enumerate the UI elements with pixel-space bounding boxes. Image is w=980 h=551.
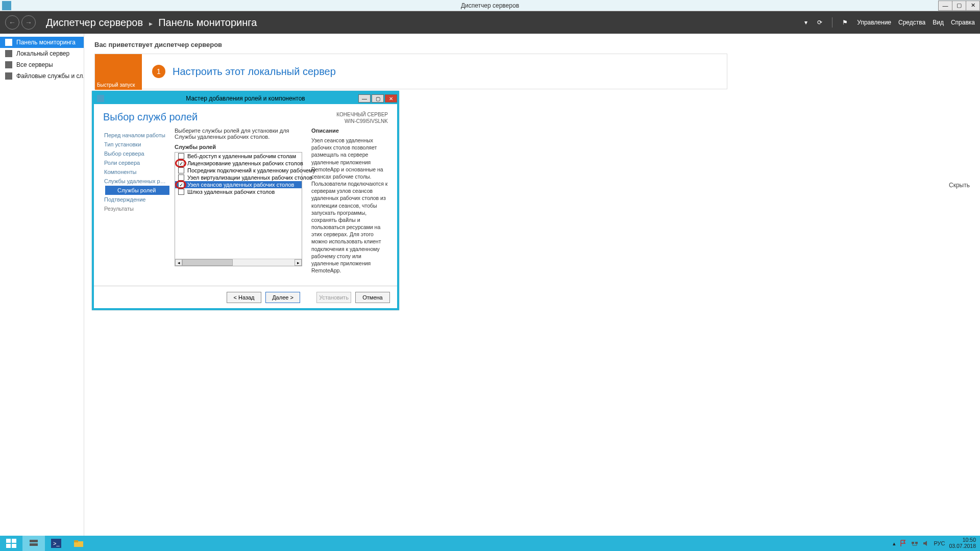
sidebar-item-label: Локальный сервер: [16, 50, 69, 57]
back-button[interactable]: < Назад: [227, 292, 261, 303]
sidebar-item-label: Файловые службы и сл...: [16, 72, 84, 80]
scroll-right-button[interactable]: ▸: [295, 259, 302, 266]
taskbar-explorer[interactable]: [67, 536, 90, 551]
sidebar-item-dashboard[interactable]: Панель мониторинга: [0, 37, 84, 48]
minimize-button[interactable]: —: [938, 1, 952, 11]
header-bar: ← → Диспетчер серверов ▸ Панель монитори…: [0, 11, 980, 34]
folder-icon: [74, 539, 84, 548]
role-checkbox[interactable]: [178, 167, 184, 173]
role-checkbox[interactable]: [178, 189, 184, 195]
wizard-step: Результаты: [103, 204, 169, 213]
scroll-left-button[interactable]: ◂: [175, 259, 182, 266]
maximize-button[interactable]: ▢: [952, 1, 966, 11]
wizard-step[interactable]: Роли сервера: [103, 158, 169, 167]
horizontal-scrollbar[interactable]: ◂ ▸: [175, 259, 302, 266]
close-button[interactable]: ✕: [966, 1, 980, 11]
network-tray-icon[interactable]: [911, 540, 918, 547]
wizard-instruction: Выберите службы ролей для установки для …: [175, 128, 302, 140]
wizard-server-meta: КОНЕЧНЫЙ СЕРВЕР WIN-C99I5IVSLNK: [336, 111, 388, 124]
menu-manage[interactable]: Управление: [857, 19, 891, 26]
scroll-thumb[interactable]: [182, 259, 233, 266]
role-checkbox[interactable]: [178, 153, 184, 159]
wizard-step[interactable]: Компоненты: [103, 167, 169, 177]
clock[interactable]: 10:50 03.07.2018: [949, 537, 976, 549]
wizard-center: Выберите службы ролей для установки для …: [169, 128, 388, 286]
svg-rect-11: [915, 542, 918, 544]
menu-tools[interactable]: Средства: [898, 19, 925, 26]
wizard-maximize-button[interactable]: ▢: [372, 94, 384, 103]
wizard-step[interactable]: Выбор сервера: [103, 149, 169, 158]
scroll-track[interactable]: [182, 259, 295, 266]
refresh-icon[interactable]: ⟳: [815, 17, 825, 28]
role-item[interactable]: Узел виртуализации удаленных рабочих сто…: [175, 174, 302, 181]
wizard-icon: [97, 95, 104, 102]
server-manager-icon: [29, 539, 39, 548]
wizard-step: Службы ролей: [105, 186, 169, 195]
wizard-steps: Перед началом работыТип установкиВыбор с…: [103, 128, 169, 286]
role-item[interactable]: Веб-доступ к удаленным рабочим столам: [175, 153, 302, 160]
wizard-title: Мастер добавления ролей и компонентов: [186, 95, 305, 102]
sidebar-item-file-services[interactable]: Файловые службы и сл... ▸: [0, 70, 84, 82]
wizard-roles-pane: Выберите службы ролей для установки для …: [175, 128, 302, 286]
role-checkbox[interactable]: [178, 174, 184, 181]
quickstart-card: Быстрый запуск 1 Настроить этот локальны…: [94, 54, 727, 89]
description-label: Описание: [311, 128, 388, 134]
window-buttons: — ▢ ✕: [939, 1, 980, 11]
tray-chevron-icon[interactable]: ▴: [893, 540, 896, 547]
wizard-step[interactable]: Службы удаленных рабо...: [103, 177, 169, 186]
sidebar-item-all-servers[interactable]: Все серверы: [0, 59, 84, 70]
add-roles-wizard: Мастер добавления ролей и компонентов — …: [92, 91, 399, 310]
sidebar-item-label: Панель мониторинга: [16, 39, 76, 46]
role-item[interactable]: ✓Лицензирование удаленных рабочих столов: [175, 160, 302, 167]
role-checkbox[interactable]: ✓: [178, 160, 184, 166]
start-button[interactable]: [0, 536, 22, 551]
cancel-button[interactable]: Отмена: [355, 292, 390, 303]
taskbar-server-manager[interactable]: [22, 536, 45, 551]
svg-rect-9: [74, 540, 78, 542]
breadcrumb-root[interactable]: Диспетчер серверов: [46, 17, 143, 28]
wizard-description-pane: Описание Узел сеансов удаленных рабочих …: [311, 128, 388, 286]
role-label: Узел сеансов удаленных рабочих столов: [187, 182, 294, 188]
wizard-header: Выбор служб ролей КОНЕЧНЫЙ СЕРВЕР WIN-C9…: [94, 104, 397, 128]
role-item[interactable]: ✓Узел сеансов удаленных рабочих столов: [175, 181, 302, 188]
next-button[interactable]: Далее >: [265, 292, 300, 303]
dashboard-icon: [5, 39, 12, 46]
welcome-heading: Вас приветствует диспетчер серверов: [94, 41, 970, 48]
wizard-close-button[interactable]: ✕: [385, 94, 397, 103]
flag-icon[interactable]: ⚑: [840, 17, 850, 28]
sidebar-item-local-server[interactable]: Локальный сервер: [0, 48, 84, 59]
roles-list-label: Службы ролей: [175, 144, 302, 150]
svg-rect-2: [6, 544, 11, 548]
taskbar: >_ ▴ РУС 10:50 03.07.2018: [0, 536, 980, 551]
separator: [832, 17, 832, 28]
role-label: Лицензирование удаленных рабочих столов: [187, 160, 303, 166]
sound-tray-icon[interactable]: [922, 540, 929, 547]
wizard-step[interactable]: Подтверждение: [103, 195, 169, 204]
roles-list: Веб-доступ к удаленным рабочим столам✓Ли…: [175, 152, 302, 266]
role-label: Узел виртуализации удаленных рабочих сто…: [187, 174, 312, 181]
quickstart-heading[interactable]: Настроить этот локальный сервер: [173, 66, 336, 78]
window-title: Диспетчер серверов: [461, 2, 519, 9]
breadcrumb-sep-icon: ▸: [149, 19, 153, 28]
quickstart-tile: Быстрый запуск: [95, 54, 142, 90]
role-item[interactable]: Посредник подключений к удаленному рабоч…: [175, 167, 302, 174]
wizard-body: Перед началом работыТип установкиВыбор с…: [94, 128, 397, 286]
role-item[interactable]: Шлюз удаленных рабочих столов: [175, 188, 302, 195]
dropdown-icon[interactable]: ▾: [804, 19, 807, 26]
taskbar-powershell[interactable]: >_: [45, 536, 67, 551]
menu-view[interactable]: Вид: [933, 19, 944, 26]
wizard-step[interactable]: Перед началом работы: [103, 131, 169, 140]
hide-link[interactable]: Скрыть: [949, 182, 970, 189]
menu-help[interactable]: Справка: [951, 19, 975, 26]
role-label: Веб-доступ к удаленным рабочим столам: [187, 153, 296, 159]
nav-forward-button[interactable]: →: [21, 15, 36, 30]
wizard-minimize-button[interactable]: —: [358, 94, 371, 103]
language-indicator[interactable]: РУС: [934, 540, 945, 546]
flag-tray-icon[interactable]: [900, 540, 907, 547]
windows-icon: [6, 539, 16, 548]
files-icon: [5, 72, 12, 80]
wizard-step[interactable]: Тип установки: [103, 140, 169, 149]
nav-back-button[interactable]: ←: [5, 15, 19, 30]
role-checkbox[interactable]: ✓: [178, 182, 184, 188]
clock-date: 03.07.2018: [949, 543, 976, 549]
